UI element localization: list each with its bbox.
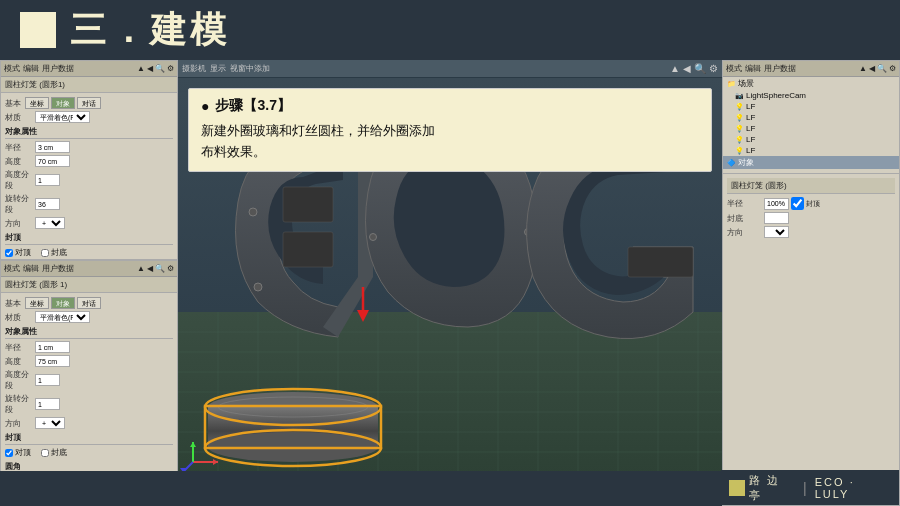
page-title: 三．建模 (70, 6, 230, 55)
panel-left-bottom-toolbar: 模式 编辑 用户数据 ▲ ◀ 🔍 ⚙ (1, 261, 177, 277)
rpanel-cb-1[interactable] (791, 197, 804, 210)
toolbar-edit-bot[interactable]: 编辑 (23, 263, 39, 274)
tree-item-lf2[interactable]: 💡 LF (723, 112, 899, 123)
cb-cap-top[interactable] (5, 249, 13, 257)
rpanel-lbl-1: 半径 (727, 198, 762, 209)
vp-icon-4[interactable]: ⚙ (709, 63, 718, 74)
cb-cap-bottom-bot[interactable] (41, 449, 49, 457)
toolbar-icon-bot-3[interactable]: 🔍 (155, 264, 165, 273)
cb-cap-top-bot[interactable] (5, 449, 13, 457)
toolbar-right-icon-1[interactable]: ▲ (859, 64, 867, 73)
rpanel-input-1[interactable] (764, 198, 789, 210)
toolbar-right-icon-2[interactable]: ◀ (869, 64, 875, 73)
vp-display-menu[interactable]: 显示 (210, 63, 226, 74)
svg-rect-37 (628, 247, 693, 277)
tree-item-lf1[interactable]: 💡 LF (723, 101, 899, 112)
lbl-cap-top: 对顶 (15, 247, 31, 258)
input-hseg-top[interactable] (35, 174, 60, 186)
tree-item-lf5[interactable]: 💡 LF (723, 145, 899, 156)
tab-zuobiao-bot[interactable]: 坐标 (25, 297, 49, 309)
input-hseg-bot[interactable] (35, 374, 60, 386)
light-icon-1: 💡 (735, 103, 744, 111)
section-cap-bot: 封顶 (5, 432, 173, 445)
material-row-bot: 材质 平滑着色(Phong) (5, 311, 173, 323)
field-hseg-top: 高度分段 (5, 169, 173, 191)
input-height-bot[interactable] (35, 355, 70, 367)
lbl-cap-bottom-bot: 封底 (51, 447, 67, 458)
vp-icon-1[interactable]: ▲ (670, 63, 680, 74)
vp-add-menu[interactable]: 视窗中添加 (230, 63, 270, 74)
tab-zuobiao-top[interactable]: 坐标 (25, 97, 49, 109)
toolbar-icon-2[interactable]: ◀ (147, 64, 153, 73)
toolbar-edit-top[interactable]: 编辑 (23, 63, 39, 74)
lbl-hseg-top: 高度分段 (5, 169, 33, 191)
tree-item-lf4[interactable]: 💡 LF (723, 134, 899, 145)
material-select-top[interactable]: 平滑着色(Phong) (35, 111, 90, 123)
toolbar-icon-4[interactable]: ⚙ (167, 64, 174, 73)
input-rseg-top[interactable] (35, 198, 60, 210)
info-panel-title: 步骤【3.7】 (201, 97, 699, 115)
section-objprops-bot: 对象属性 (5, 326, 173, 339)
toolbar-icon-1[interactable]: ▲ (137, 64, 145, 73)
toolbar-userdata-bot[interactable]: 用户数据 (42, 263, 74, 274)
tree-lf4-label: LF (746, 135, 755, 144)
field-rseg-top: 旋转分段 (5, 193, 173, 215)
footer-brand-bar: 路 边 亭 | ECO · LULY (721, 470, 899, 505)
toolbar-userdata-right[interactable]: 用户数据 (764, 63, 796, 74)
right-panel-props: 圆柱灯笼 (圆形) 半径 封顶 封底 方向 +Z (723, 173, 899, 244)
field-rseg-bot: 旋转分段 (5, 393, 173, 415)
toolbar-mode-bot[interactable]: 模式 (4, 263, 20, 274)
input-radius-bot[interactable] (35, 341, 70, 353)
scene-tree: 📁 场景 📷 LightSphereCam 💡 LF 💡 LF 💡 (723, 77, 899, 169)
panel-left-bottom-title: 圆柱灯笼 (圆形 1) (1, 277, 177, 293)
panel-left-top-content: 基本 坐标 对象 对话 材质 平滑着色(Phong) 对象属性 半径 高度 (1, 93, 177, 264)
toolbar-icon-bot-4[interactable]: ⚙ (167, 264, 174, 273)
material-select-bot[interactable]: 平滑着色(Phong) (35, 311, 90, 323)
cb-cap-bottom[interactable] (41, 249, 49, 257)
toolbar-userdata-top[interactable]: 用户数据 (42, 63, 74, 74)
lbl-dir-bot: 方向 (5, 418, 33, 429)
lbl-height-bot: 高度 (5, 356, 33, 367)
field-dir-bot: 方向 +Z (5, 417, 173, 429)
panel-right-inner: 模式 编辑 用户数据 ▲ ◀ 🔍 ⚙ 📁 场景 📷 LightSphe (723, 61, 899, 470)
select-dir-top[interactable]: +Z (35, 217, 65, 229)
select-dir-bot[interactable]: +Z (35, 417, 65, 429)
vp-icon-3[interactable]: 🔍 (694, 63, 706, 74)
header-icon (20, 12, 56, 48)
tree-item-root[interactable]: 📁 场景 (723, 77, 899, 90)
svg-rect-31 (283, 187, 333, 222)
tab-duihua-top[interactable]: 对话 (77, 97, 101, 109)
tree-item-obj[interactable]: 🔷 对象 (723, 156, 899, 169)
input-rseg-bot[interactable] (35, 398, 60, 410)
toolbar-icons-top: ▲ ◀ 🔍 ⚙ (137, 64, 174, 73)
cap-top-check: 对顶 封底 (5, 247, 173, 258)
vp-camera-menu[interactable]: 摄影机 (182, 63, 206, 74)
input-radius-top[interactable] (35, 141, 70, 153)
rpanel-select-1[interactable]: +Z (764, 226, 789, 238)
tree-item-lf3[interactable]: 💡 LF (723, 123, 899, 134)
tab-duixiang-top[interactable]: 对象 (51, 97, 75, 109)
main-area: 模式 编辑 用户数据 ▲ ◀ 🔍 ⚙ 圆柱灯笼 (圆形1) 基本 坐标 对象 对… (0, 60, 900, 506)
tab-duixiang-bot[interactable]: 对象 (51, 297, 75, 309)
input-height-top[interactable] (35, 155, 70, 167)
toolbar-edit-right[interactable]: 编辑 (745, 63, 761, 74)
rpanel-span-1: 封顶 (806, 199, 820, 209)
toolbar-mode-top[interactable]: 模式 (4, 63, 20, 74)
viewport[interactable]: 摄影机 显示 视窗中添加 ▲ ◀ 🔍 ⚙ (178, 60, 722, 506)
toolbar-icon-3[interactable]: 🔍 (155, 64, 165, 73)
vp-icon-2[interactable]: ◀ (683, 63, 691, 74)
tab-duihua-bot[interactable]: 对话 (77, 297, 101, 309)
rpanel-input-2[interactable] (764, 212, 789, 224)
toolbar-right-icon-4[interactable]: ⚙ (889, 64, 896, 73)
toolbar-icon-bot-2[interactable]: ◀ (147, 264, 153, 273)
camera-icon: 📷 (735, 92, 744, 100)
viewport-content: 步骤【3.7】 新建外圈玻璃和灯丝圆柱，并给外圈添加布料效果。 Perspect… (178, 78, 722, 506)
toolbar-mode-right[interactable]: 模式 (726, 63, 742, 74)
rpanel-lbl-3: 方向 (727, 227, 762, 238)
toolbar-right-icon-3[interactable]: 🔍 (877, 64, 887, 73)
tree-item-camera[interactable]: 📷 LightSphereCam (723, 90, 899, 101)
tabs-row-bot: 基本 坐标 对象 对话 (5, 297, 173, 309)
folder-icon-root: 📁 (727, 80, 736, 88)
toolbar-icon-bot-1[interactable]: ▲ (137, 264, 145, 273)
tree-lf3-label: LF (746, 124, 755, 133)
